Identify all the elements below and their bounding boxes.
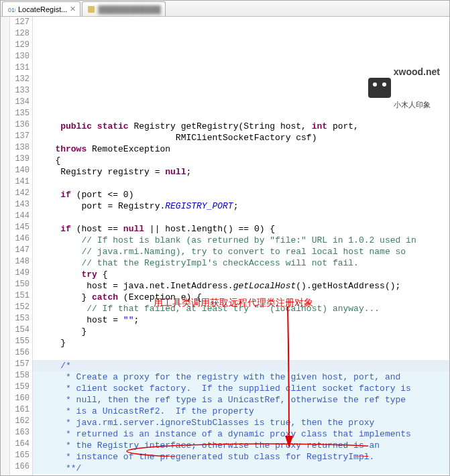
line-number: 141: [10, 176, 30, 188]
code-line[interactable]: * null, then the ref type is a UnicastRe…: [33, 394, 449, 406]
code-area[interactable]: xwood.net 小木人印象 用工具类调用获取远程代理类注册对象 public…: [33, 17, 449, 475]
line-number: 160: [10, 393, 30, 404]
line-number: 143: [10, 199, 30, 211]
line-number: 155: [10, 336, 30, 347]
code-line[interactable]: } catch (Exception e) {: [33, 292, 449, 303]
line-number: 152: [10, 302, 30, 313]
watermark: xwood.net 小木人印象: [368, 44, 440, 131]
code-line[interactable]: if (host == null || host.length() == 0) …: [33, 223, 449, 235]
watermark-domain: xwood.net: [394, 66, 440, 78]
code-line[interactable]: // If host is blank (as returned by "fil…: [33, 235, 449, 246]
line-number: 154: [10, 324, 30, 336]
code-line[interactable]: * java.rmi.server.ignoreStubClasses is t…: [33, 417, 449, 428]
line-number: 140: [10, 165, 30, 176]
marker-strip: [1, 17, 10, 475]
line-number: 156: [10, 347, 30, 359]
code-line[interactable]: * Create a proxy for the registry with t…: [33, 371, 449, 383]
svg-text:010: 010: [8, 7, 15, 13]
line-number: 144: [10, 211, 30, 222]
line-number: 161: [10, 404, 30, 416]
line-number: 157: [10, 359, 30, 370]
tab-active-file[interactable]: 010 LocateRegist... ✕: [2, 1, 80, 16]
line-number: 150: [10, 279, 30, 290]
line-number: 166: [10, 461, 30, 473]
code-line[interactable]: }: [33, 326, 449, 337]
line-number: 133: [10, 85, 30, 97]
line-number: 142: [10, 188, 30, 199]
line-number: 134: [10, 97, 30, 108]
line-number: 132: [10, 74, 30, 85]
line-number: 146: [10, 233, 30, 245]
line-number: 153: [10, 313, 30, 324]
code-line[interactable]: LiveRef liveRef =: [33, 474, 449, 475]
code-line[interactable]: }: [33, 337, 449, 349]
code-line[interactable]: [33, 349, 449, 360]
code-line[interactable]: host = java.net.InetAddress.getLocalHost…: [33, 280, 449, 292]
code-line[interactable]: /*: [33, 360, 449, 371]
line-number: 159: [10, 381, 30, 393]
line-number: 145: [10, 222, 30, 233]
line-number: 128: [10, 28, 30, 40]
code-line[interactable]: // If that failed, at least try "" (loca…: [33, 303, 449, 314]
code-line[interactable]: // that the RegistryImpl's checkAccess w…: [33, 257, 449, 269]
line-number: 151: [10, 290, 30, 302]
code-line[interactable]: throws RemoteException: [33, 143, 449, 155]
line-number: 139: [10, 154, 30, 165]
code-line[interactable]: * client socket factory. If the supplied…: [33, 383, 449, 394]
java-file-icon: [87, 5, 96, 14]
code-line[interactable]: **/: [33, 463, 449, 474]
code-line[interactable]: * instance of the pregenerated stub clas…: [33, 451, 449, 463]
code-line[interactable]: Registry registry = null;: [33, 166, 449, 178]
robot-icon: [368, 78, 391, 98]
code-line[interactable]: // java.rmi.Naming), try to convert to r…: [33, 246, 449, 257]
code-line[interactable]: RMIClientSocketFactory csf): [33, 132, 449, 143]
tab-inactive-file[interactable]: ████████████: [82, 1, 166, 16]
line-number: 127: [10, 17, 30, 28]
code-line[interactable]: host = "";: [33, 314, 449, 326]
code-editor[interactable]: 1271281291301311321331341351361371381391…: [1, 17, 449, 475]
line-number-gutter: 1271281291301311321331341351361371381391…: [10, 17, 33, 475]
close-icon[interactable]: ✕: [70, 5, 76, 13]
line-number: 137: [10, 131, 30, 142]
line-number: 147: [10, 245, 30, 256]
line-number: 136: [10, 119, 30, 131]
code-line[interactable]: [33, 178, 449, 189]
code-line[interactable]: try {: [33, 269, 449, 280]
code-line[interactable]: * returned is an instance of a dynamic p…: [33, 428, 449, 440]
line-number: 148: [10, 256, 30, 267]
line-number: 164: [10, 438, 30, 450]
svg-rect-1: [88, 6, 95, 13]
code-line[interactable]: if (port <= 0): [33, 189, 449, 200]
line-number: 130: [10, 51, 30, 62]
line-number: 135: [10, 108, 30, 119]
line-number: 165: [10, 450, 30, 461]
line-number: 163: [10, 427, 30, 438]
code-line[interactable]: * the Registry interface; otherwise the …: [33, 440, 449, 451]
java-file-icon: 010: [7, 5, 16, 14]
tab-label: LocateRegist...: [18, 5, 67, 13]
watermark-subtitle: 小木人印象: [394, 101, 440, 109]
code-line[interactable]: * is a UnicastRef2. If the property: [33, 406, 449, 417]
code-line[interactable]: port = Registry.REGISTRY_PORT;: [33, 200, 449, 212]
line-number: 162: [10, 416, 30, 427]
code-line[interactable]: [33, 212, 449, 223]
line-number: 131: [10, 62, 30, 74]
line-number: 138: [10, 142, 30, 154]
tab-label-blurred: ████████████: [98, 5, 161, 13]
line-number: 149: [10, 267, 30, 279]
line-number: 129: [10, 40, 30, 51]
editor-tab-bar: 010 LocateRegist... ✕ ████████████: [1, 1, 449, 17]
code-line[interactable]: {: [33, 155, 449, 166]
line-number: 158: [10, 370, 30, 381]
